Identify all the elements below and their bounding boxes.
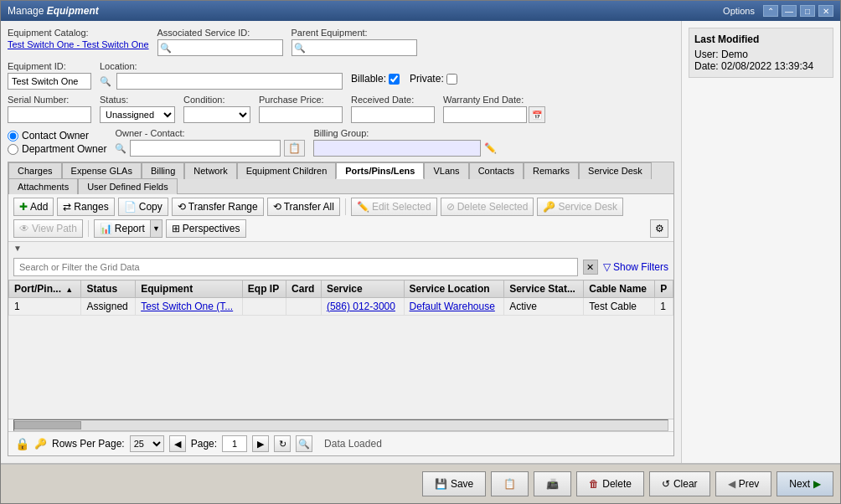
window-expand-button[interactable]: □ xyxy=(800,5,815,17)
tab-attachments[interactable]: Attachments xyxy=(8,178,78,194)
contact-owner-radio[interactable] xyxy=(8,131,18,141)
equipment-id-input[interactable]: Test Switch One xyxy=(8,73,91,90)
grid-search-input[interactable] xyxy=(13,258,578,276)
view-path-button[interactable]: 👁 View Path xyxy=(13,219,83,238)
lock-icon: 🔒 xyxy=(15,437,29,450)
tab-contacts[interactable]: Contacts xyxy=(469,162,524,179)
table-row[interactable]: 1 Assigned Test Switch One (T... (586) 0… xyxy=(9,298,673,316)
cell-service-location: Default Warehouse xyxy=(404,298,504,316)
collapse-arrow[interactable]: ▼ xyxy=(8,242,673,255)
show-filters-button[interactable]: ▽ Show Filters xyxy=(603,261,668,273)
tab-expense-glas[interactable]: Expense GLAs xyxy=(62,162,142,179)
equipment-link[interactable]: Test Switch One (T... xyxy=(141,301,233,312)
horizontal-scrollbar[interactable] xyxy=(8,419,673,431)
service-desk-tab-button[interactable]: 🔑 Service Desk xyxy=(537,198,623,216)
tab-user-defined-fields[interactable]: User Defined Fields xyxy=(78,178,178,194)
grid-clear-button[interactable]: ✕ xyxy=(583,260,598,275)
copy-button[interactable]: 📄 Copy xyxy=(118,198,168,216)
fax-button[interactable]: 📠 xyxy=(534,471,571,496)
save-button[interactable]: 💾 Save xyxy=(422,471,486,496)
department-owner-radio[interactable] xyxy=(8,144,18,155)
grid-header: Port/Pin... ▲ Status Equipment Eqp IP Ca… xyxy=(9,280,673,298)
billing-group-group: Billing Group: ✏️ xyxy=(313,128,497,157)
add-label: Add xyxy=(30,201,48,213)
tab-ports-pins-lens[interactable]: Ports/Pins/Lens xyxy=(336,162,424,179)
tab-network[interactable]: Network xyxy=(184,162,236,179)
search-page-button[interactable]: 🔍 xyxy=(296,435,312,452)
billable-checkbox[interactable] xyxy=(389,74,400,85)
window-minimize-button[interactable]: ⌃ xyxy=(763,5,778,17)
billing-group-input[interactable] xyxy=(313,140,481,157)
equipment-catalog-group: Equipment Catalog: Test Switch One - Tes… xyxy=(8,28,149,49)
rows-per-page-select[interactable]: 10 25 50 100 xyxy=(130,435,164,452)
transfer-all-button[interactable]: ⟲ Transfer All xyxy=(267,198,340,216)
copy-record-button[interactable]: 📋 xyxy=(491,471,529,496)
condition-label: Condition: xyxy=(183,95,250,105)
add-button[interactable]: ✚ Add xyxy=(13,198,54,216)
private-checkbox[interactable] xyxy=(446,74,457,85)
edit-selected-button[interactable]: ✏️ Edit Selected xyxy=(351,198,437,216)
owner-contact-input[interactable] xyxy=(130,140,281,157)
warranty-end-date-group: Warranty End Date: 📅 xyxy=(443,95,545,123)
service-location-link[interactable]: Default Warehouse xyxy=(410,301,495,312)
tab-billing[interactable]: Billing xyxy=(142,162,184,179)
prev-button[interactable]: ◀ Prev xyxy=(715,471,772,496)
refresh-button[interactable]: ↻ xyxy=(274,435,291,452)
parent-equipment-wrap: 🔍 xyxy=(292,39,417,56)
separator-1 xyxy=(345,198,346,215)
last-modified-user: User: Demo xyxy=(694,49,828,60)
scroll-thumb[interactable] xyxy=(14,421,81,429)
purchase-price-group: Purchase Price: xyxy=(259,95,343,123)
page-input[interactable] xyxy=(222,435,247,452)
contact-owner-item: Contact Owner xyxy=(8,130,106,141)
tab-equipment-children[interactable]: Equipment Children xyxy=(237,162,337,179)
cell-eqp-ip xyxy=(242,298,286,316)
next-button[interactable]: Next ▶ xyxy=(777,471,833,496)
transfer-range-button[interactable]: ⟲ Transfer Range xyxy=(172,198,264,216)
data-loaded-label: Data Loaded xyxy=(324,438,382,450)
delete-selected-label: Delete Selected xyxy=(457,201,529,213)
delete-button[interactable]: 🗑 Delete xyxy=(576,471,644,496)
next-page-button[interactable]: ▶ xyxy=(252,435,269,452)
prev-page-button[interactable]: ◀ xyxy=(169,435,186,452)
received-date-input[interactable] xyxy=(351,106,435,123)
billing-group-edit-icon[interactable]: ✏️ xyxy=(484,142,497,154)
location-input[interactable] xyxy=(116,73,343,90)
parent-equipment-input[interactable] xyxy=(292,39,417,56)
serial-number-input[interactable] xyxy=(8,106,91,123)
window-close-button[interactable]: ✕ xyxy=(818,5,833,17)
ranges-button[interactable]: ⇄ Ranges xyxy=(57,198,114,216)
tabs-area: Charges Expense GLAs Billing Network Equ… xyxy=(8,162,674,456)
warranty-calendar-button[interactable]: 📅 xyxy=(529,106,545,123)
scroll-track[interactable] xyxy=(13,419,668,431)
billable-item: Billable: xyxy=(351,73,400,85)
perspectives-button[interactable]: ⊞ Perspectives xyxy=(166,219,246,238)
ranges-label: Ranges xyxy=(74,201,108,213)
settings-button[interactable]: ⚙ xyxy=(650,219,668,238)
associated-service-id-input[interactable] xyxy=(157,39,283,56)
tab-charges[interactable]: Charges xyxy=(8,162,62,179)
tab-service-desk[interactable]: Service Desk xyxy=(579,162,652,179)
warranty-end-date-input[interactable] xyxy=(443,106,527,123)
col-service-location: Service Location xyxy=(404,280,504,298)
equipment-catalog-link[interactable]: Test Switch One - Test Switch One xyxy=(8,39,149,49)
tab-remarks[interactable]: Remarks xyxy=(524,162,579,179)
view-path-icon: 👁 xyxy=(19,223,29,234)
service-link[interactable]: (586) 012-3000 xyxy=(327,301,395,312)
clear-button[interactable]: ↺ Clear xyxy=(649,471,710,496)
col-port-pin[interactable]: Port/Pin... ▲ xyxy=(9,280,81,298)
owner-contact-icon-button[interactable]: 📋 xyxy=(284,140,305,157)
grid-filter-row: ✕ ▽ Show Filters xyxy=(8,255,673,280)
parent-equipment-label: Parent Equipment: xyxy=(292,28,417,38)
delete-selected-button[interactable]: ⊘ Delete Selected xyxy=(441,198,534,216)
window-title: Manage Equipment xyxy=(8,5,99,17)
tab-vlans[interactable]: VLans xyxy=(424,162,468,179)
report-button[interactable]: 📊 Report xyxy=(94,219,151,238)
report-dropdown: 📊 Report ▼ xyxy=(94,219,163,238)
report-dropdown-arrow[interactable]: ▼ xyxy=(151,219,163,238)
report-icon: 📊 xyxy=(100,223,112,234)
purchase-price-input[interactable] xyxy=(259,106,343,123)
window-restore-button[interactable]: — xyxy=(782,5,797,17)
status-select[interactable]: Unassigned Assigned Spare Retired xyxy=(100,106,175,123)
condition-select[interactable]: New Good Fair Poor xyxy=(183,106,250,123)
